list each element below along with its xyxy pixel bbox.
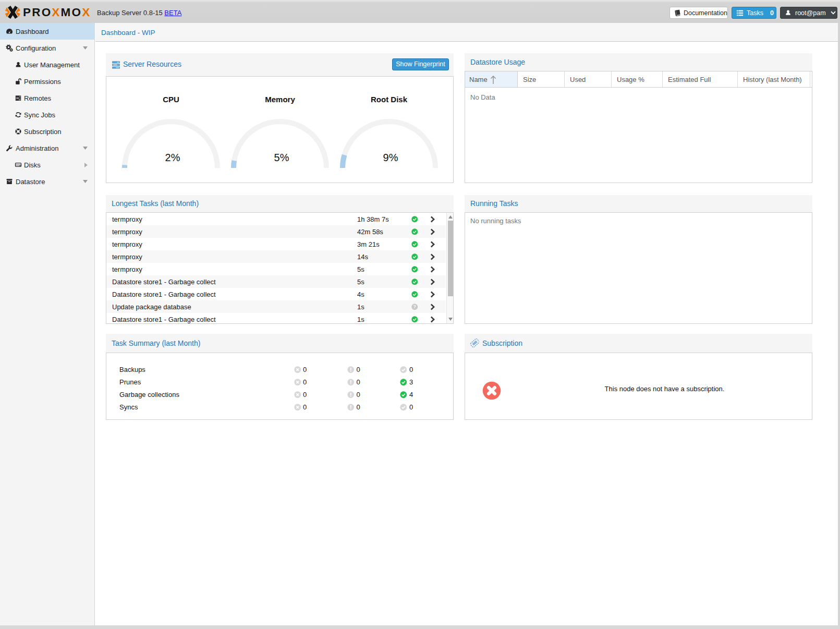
- svg-text:?: ?: [413, 305, 416, 309]
- svg-text:PROXMOX: PROXMOX: [23, 6, 91, 19]
